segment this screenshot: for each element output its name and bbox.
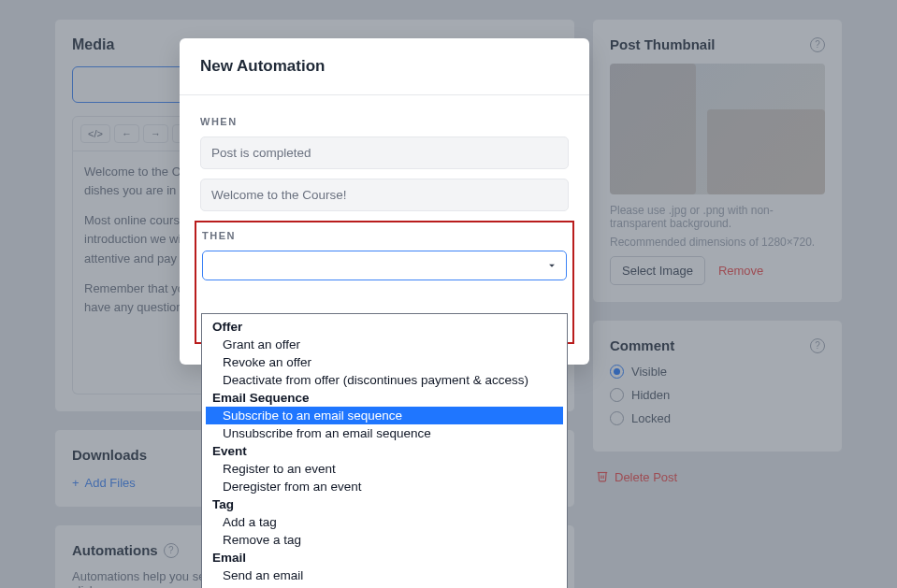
dd-group-email-sequence: Email Sequence <box>206 389 563 407</box>
dd-group-tag: Tag <box>206 495 563 513</box>
dd-item-unsubscribe-sequence[interactable]: Unsubscribe from an email sequence <box>206 424 563 442</box>
dd-item-revoke-offer[interactable]: Revoke an offer <box>206 353 563 371</box>
dd-item-register-event[interactable]: Register to an event <box>206 460 563 478</box>
dd-item-add-tag[interactable]: Add a tag <box>206 513 563 531</box>
dd-group-offer: Offer <box>206 318 563 336</box>
dd-item-grant-offer[interactable]: Grant an offer <box>206 336 563 353</box>
dd-item-send-email[interactable]: Send an email <box>206 566 563 584</box>
dd-group-coupon: Coupon <box>206 584 563 588</box>
dd-item-remove-tag[interactable]: Remove a tag <box>206 531 563 549</box>
dd-item-deregister-event[interactable]: Deregister from an event <box>206 478 563 495</box>
when-label: WHEN <box>200 116 569 127</box>
dd-item-deactivate-offer[interactable]: Deactivate from offer (discontinues paym… <box>206 371 563 389</box>
dd-item-subscribe-sequence[interactable]: Subscribe to an email sequence <box>206 407 563 424</box>
dd-group-event: Event <box>206 442 563 460</box>
when-trigger-select[interactable]: Post is completed <box>200 136 569 169</box>
then-action-select[interactable] <box>202 251 567 280</box>
chevron-down-icon <box>545 259 558 272</box>
when-post-select[interactable]: Welcome to the Course! <box>200 179 569 211</box>
modal-title: New Automation <box>200 57 569 76</box>
dd-group-email: Email <box>206 549 563 566</box>
then-label: THEN <box>202 230 567 241</box>
then-action-dropdown: Offer Grant an offer Revoke an offer Dea… <box>201 313 568 588</box>
